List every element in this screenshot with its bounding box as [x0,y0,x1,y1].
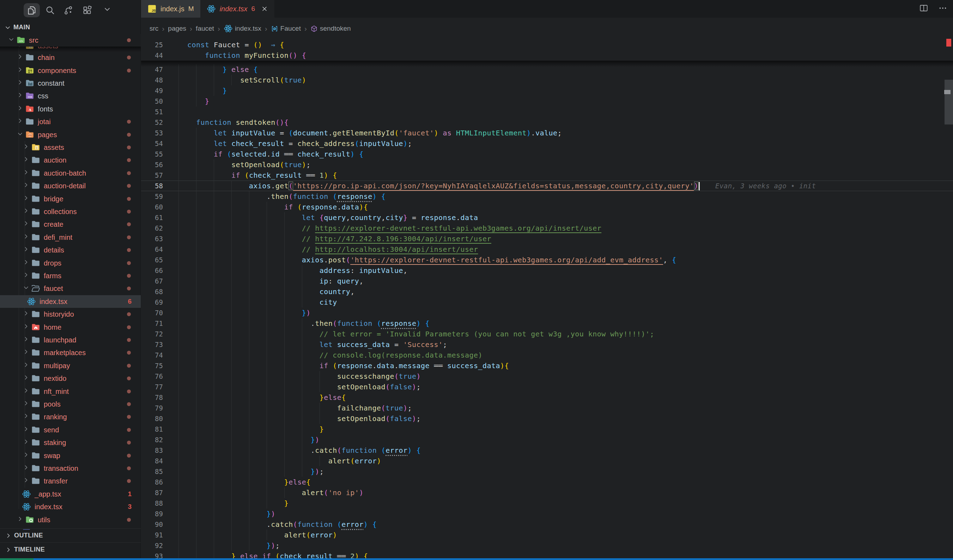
tree-item-jotai[interactable]: jotai [0,115,141,128]
tree-item-faucet[interactable]: faucet [0,282,141,295]
tree-item-transaction[interactable]: transaction [0,462,141,475]
tree-item-historyido[interactable]: historyido [0,308,141,321]
breadcrumb-item-index.tsx[interactable]: index.tsx [224,24,261,33]
code-line-83[interactable]: 83 .catch(function (error) { [141,445,953,456]
tree-item-defi_mint[interactable]: defi_mint [0,231,141,244]
code-line-44[interactable]: 44 function myFunction() { [141,50,953,60]
breadcrumb-item-pages[interactable]: pages [168,25,186,33]
close-icon[interactable] [261,5,268,12]
code-line-73[interactable]: 73 let success_data = 'Success'; [141,339,953,350]
timeline-panel-header[interactable]: TIMELINE [0,542,141,557]
code-line-71[interactable]: 71 .then(function (response) { [141,318,953,329]
code-line-62[interactable]: 62 // https://explorer-devnet-restful-ap… [141,223,953,233]
code-line-76[interactable]: 76 successchange(true) [141,371,953,382]
code-line-70[interactable]: 70 }) [141,307,953,318]
tree-item-index.tsx[interactable]: index.tsx6 [0,295,141,308]
code-line-52[interactable]: 52 function sendtoken(){ [141,117,953,128]
code-line-65[interactable]: 65 axios.post('https://explorer-devnet-r… [141,254,953,265]
code-line-48[interactable]: 48 setScroll(true) [141,75,953,85]
code-line-86[interactable]: 86 }else{ [141,477,953,487]
more-actions-icon[interactable] [938,3,947,14]
split-editor-icon[interactable] [919,3,928,14]
code-line-53[interactable]: 53 let inputValue = (document.getElement… [141,128,953,138]
tree-item-pages[interactable]: <>pages [0,128,141,141]
tree-item-auction-batch[interactable]: auction-batch [0,167,141,180]
code-line-77[interactable]: 77 setOpenload(false); [141,382,953,392]
code-line-49[interactable]: 49 } [141,85,953,96]
tree-item-index.tsx[interactable]: index.tsx3 [0,500,141,513]
code-line-55[interactable]: 55 if (selected.id ══ check_result) { [141,149,953,160]
code-line-64[interactable]: 64 // http://localhost:3004/api/insert/u… [141,244,953,254]
tree-item-utils[interactable]: utils [0,513,141,526]
tree-item-src[interactable]: </>src [0,34,141,47]
code-line-82[interactable]: 82 }) [141,434,953,445]
tree-item-chain[interactable]: chain [0,51,141,64]
breadcrumb-item-src[interactable]: src [149,25,158,33]
tree-item-fonts[interactable]: Afonts [0,102,141,115]
tree-item-ranking[interactable]: ranking [0,411,141,423]
tree-item-farms[interactable]: farms [0,270,141,282]
tree-item-_app.tsx[interactable]: _app.tsx1 [0,488,141,500]
code-line-68[interactable]: 68 country, [141,286,953,297]
code-line-88[interactable]: 88 } [141,498,953,509]
explorer-section-header[interactable]: MAIN [0,21,141,34]
code-line-57[interactable]: 57 if (check_result ══ 1) { [141,170,953,181]
tree-item-constant[interactable]: constant [0,77,141,90]
tree-item-launchpad[interactable]: launchpad [0,334,141,346]
source-control-icon[interactable] [63,5,73,16]
code-line-25[interactable]: 25 const Faucet = () ⇒ { [141,39,953,50]
code-line-63[interactable]: 63 // http://47.242.8.196:3004/api/inser… [141,233,953,244]
tree-item-drops[interactable]: drops [0,256,141,269]
code-line-92[interactable]: 92 }); [141,540,953,551]
code-line-66[interactable]: 66 address: inputValue, [141,265,953,276]
sticky-tree-row[interactable]: </>src [0,34,141,47]
extensions-icon[interactable] [82,5,92,16]
tree-item-bridge[interactable]: bridge [0,192,141,205]
code-line-89[interactable]: 89 }) [141,509,953,519]
more-views-icon[interactable] [103,5,113,16]
tree-item-auction[interactable]: auction [0,154,141,166]
tree-item-send[interactable]: send [0,423,141,436]
search-icon[interactable] [45,5,55,16]
code-viewport[interactable]: 47 } else {48 setScroll(true)49 }50 }515… [141,39,953,560]
code-line-59[interactable]: 59 .then(function (response) { [141,191,953,202]
tree-item-auction-detail[interactable]: auction-detail [0,180,141,192]
code-line-61[interactable]: 61 let {query,country,city} = response.d… [141,212,953,223]
tab-index.js[interactable]: JSindex.jsM [141,0,200,18]
code-line-91[interactable]: 91 alert(error) [141,530,953,540]
code-line-56[interactable]: 56 setOpenload(true); [141,160,953,170]
code-line-50[interactable]: 50 } [141,96,953,107]
tree-item-nextido[interactable]: nextido [0,372,141,385]
code-line-90[interactable]: 90 .catch(function (error) { [141,519,953,530]
tree-item-multipay[interactable]: multipay [0,359,141,372]
code-line-51[interactable]: 51 [141,107,953,117]
tree-item-assets[interactable]: assets [0,141,141,154]
breadcrumb-item-sendtoken[interactable]: sendtoken [310,25,351,33]
tree-item-css[interactable]: csscss [0,90,141,102]
code-line-74[interactable]: 74 // console.log(response.data.message) [141,350,953,360]
code-line-72[interactable]: 72 // let error = 'Invalid Parameters (y… [141,329,953,339]
code-line-69[interactable]: 69 city [141,297,953,307]
tab-index.tsx[interactable]: index.tsx6 [200,0,275,18]
tree-item-details[interactable]: details [0,244,141,256]
tree-item-transfer[interactable]: transfer [0,475,141,487]
tree-item-create[interactable]: create [0,218,141,231]
code-line-79[interactable]: 79 failchange(true); [141,403,953,413]
code-line-80[interactable]: 80 setOpenload(false); [141,413,953,424]
outline-panel-header[interactable]: OUTLINE [0,528,141,542]
explorer-icon[interactable] [26,5,37,16]
code-line-84[interactable]: 84 alert(error) [141,456,953,466]
code-line-58[interactable]: 58 axios.get('https://pro.ip-api.com/jso… [141,181,953,191]
code-line-60[interactable]: 60 if (response.data){ [141,202,953,212]
tree-item-swap[interactable]: swap [0,449,141,462]
code-line-87[interactable]: 87 alert('no ip') [141,487,953,498]
breadcrumb-item-Faucet[interactable]: Faucet [271,25,301,33]
tree-item-nft_mint[interactable]: nft_mint [0,385,141,397]
code-line-67[interactable]: 67 ip: query, [141,276,953,286]
code-line-81[interactable]: 81 } [141,424,953,434]
tree-item-marketplaces[interactable]: marketplaces [0,346,141,359]
remote-indicator[interactable] [0,558,34,560]
code-line-85[interactable]: 85 }); [141,466,953,477]
tree-item-staking[interactable]: staking [0,436,141,449]
code-line-75[interactable]: 75 if (response.data.message ══ success_… [141,360,953,371]
